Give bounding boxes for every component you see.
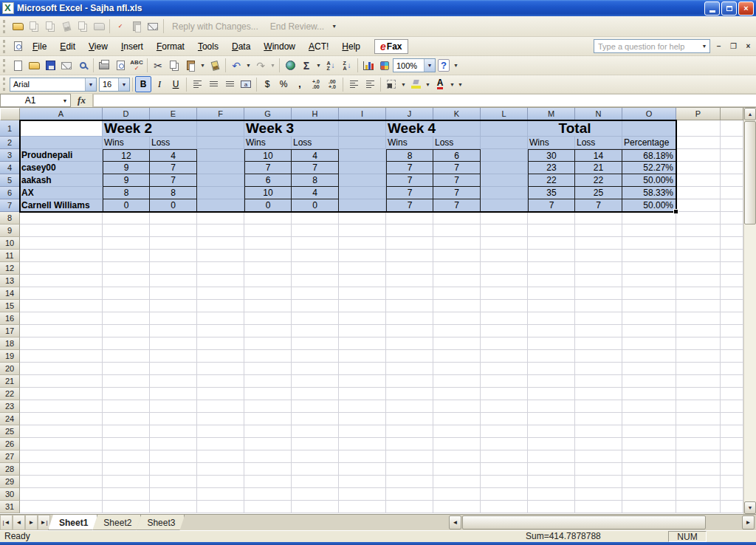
cell-D10[interactable] (103, 237, 150, 250)
previous-sheet-icon[interactable]: ◄ (13, 515, 25, 530)
cell-A2[interactable] (20, 137, 103, 149)
row-header-14[interactable]: 14 (0, 287, 20, 300)
cell-L21[interactable] (481, 375, 528, 388)
cell-M26[interactable] (528, 438, 575, 450)
cell-A27[interactable] (20, 450, 103, 463)
cell-P12[interactable] (676, 262, 721, 275)
cell-N26[interactable] (575, 438, 622, 450)
cell-N21[interactable] (575, 375, 622, 388)
cell-D1[interactable]: Week 2 (103, 120, 197, 137)
standard-toolbar-grip[interactable] (3, 59, 7, 72)
cell-I19[interactable] (339, 350, 386, 363)
row-header-27[interactable]: 27 (0, 450, 20, 463)
cell-N19[interactable] (575, 350, 622, 363)
cell-N30[interactable] (575, 488, 622, 501)
cell-O22[interactable] (622, 388, 676, 400)
cell-M23[interactable] (528, 400, 575, 413)
row-header-9[interactable]: 9 (0, 224, 20, 237)
cell-E13[interactable] (150, 275, 197, 287)
cell-G19[interactable] (244, 350, 292, 363)
cell-G9[interactable] (244, 224, 292, 237)
cell-J12[interactable] (386, 262, 433, 275)
cell-A12[interactable] (20, 262, 103, 275)
cell-O19[interactable] (622, 350, 676, 363)
cell-H30[interactable] (292, 488, 339, 501)
cell-L31[interactable] (481, 501, 528, 513)
cell-P3[interactable] (676, 149, 721, 162)
cell-I11[interactable] (339, 250, 386, 262)
row-header-17[interactable]: 17 (0, 325, 20, 337)
cell-Q12[interactable] (721, 262, 743, 275)
cell-J15[interactable] (386, 300, 433, 312)
minimize-button[interactable] (704, 1, 720, 16)
cell-J16[interactable] (386, 312, 433, 325)
redo-dropdown-icon[interactable]: ▼ (269, 58, 277, 74)
cell-J14[interactable] (386, 287, 433, 300)
cell-F3[interactable] (197, 149, 244, 162)
cell-K8[interactable] (433, 212, 481, 224)
show-hide-comment-icon[interactable] (58, 18, 75, 35)
cell-M31[interactable] (528, 501, 575, 513)
cell-N8[interactable] (575, 212, 622, 224)
cell-J24[interactable] (386, 413, 433, 425)
cell-J11[interactable] (386, 250, 433, 262)
cell-J28[interactable] (386, 463, 433, 476)
cell-H11[interactable] (292, 250, 339, 262)
cell-L12[interactable] (481, 262, 528, 275)
cell-O7[interactable]: 50.00% (622, 199, 676, 212)
cell-E30[interactable] (150, 488, 197, 501)
column-header-blank[interactable] (721, 108, 743, 120)
cell-K29[interactable] (433, 476, 481, 488)
cell-D13[interactable] (103, 275, 150, 287)
cell-P20[interactable] (676, 363, 721, 375)
cell-K25[interactable] (433, 425, 481, 438)
cell-Q26[interactable] (721, 438, 743, 450)
cell-F15[interactable] (197, 300, 244, 312)
cell-N2[interactable]: Loss (575, 137, 622, 149)
cell-A29[interactable] (20, 476, 103, 488)
cell-A17[interactable] (20, 325, 103, 337)
cell-Q19[interactable] (721, 350, 743, 363)
menu-edit[interactable]: Edit (53, 38, 82, 55)
menu-data[interactable]: Data (225, 38, 257, 55)
cell-F24[interactable] (197, 413, 244, 425)
cell-G29[interactable] (244, 476, 292, 488)
cell-I17[interactable] (339, 325, 386, 337)
font-name-combobox[interactable]: Arial ▼ (10, 78, 97, 92)
next-sheet-icon[interactable]: ► (25, 515, 38, 530)
cell-M8[interactable] (528, 212, 575, 224)
name-box[interactable]: A1 ▼ (0, 94, 71, 107)
autosum-icon[interactable]: Σ (298, 58, 315, 74)
cell-J18[interactable] (386, 337, 433, 350)
cell-E7[interactable]: 0 (150, 199, 197, 212)
cell-Q2[interactable] (721, 137, 743, 149)
cell-H31[interactable] (292, 501, 339, 513)
cell-N7[interactable]: 7 (575, 199, 622, 212)
cell-M16[interactable] (528, 312, 575, 325)
cell-L6[interactable] (481, 187, 528, 199)
cell-P2[interactable] (676, 137, 721, 149)
cell-H23[interactable] (292, 400, 339, 413)
cell-P26[interactable] (676, 438, 721, 450)
row-header-2[interactable]: 2 (0, 137, 20, 149)
cell-E17[interactable] (150, 325, 197, 337)
cell-M5[interactable]: 22 (528, 174, 575, 187)
cell-D11[interactable] (103, 250, 150, 262)
cell-Q6[interactable] (721, 187, 743, 199)
column-header-M[interactable]: M (528, 108, 575, 120)
workbook-minimize-button[interactable]: – (712, 41, 725, 52)
cell-A9[interactable] (20, 224, 103, 237)
cell-K9[interactable] (433, 224, 481, 237)
cell-N3[interactable]: 14 (575, 149, 622, 162)
cell-G15[interactable] (244, 300, 292, 312)
cell-I7[interactable] (339, 199, 386, 212)
cell-H13[interactable] (292, 275, 339, 287)
cell-H2[interactable]: Loss (292, 137, 339, 149)
cell-E15[interactable] (150, 300, 197, 312)
cell-K7[interactable]: 7 (433, 199, 481, 212)
cell-F2[interactable] (197, 137, 244, 149)
row-header-24[interactable]: 24 (0, 413, 20, 425)
cell-P9[interactable] (676, 224, 721, 237)
cell-A22[interactable] (20, 388, 103, 400)
cell-H24[interactable] (292, 413, 339, 425)
